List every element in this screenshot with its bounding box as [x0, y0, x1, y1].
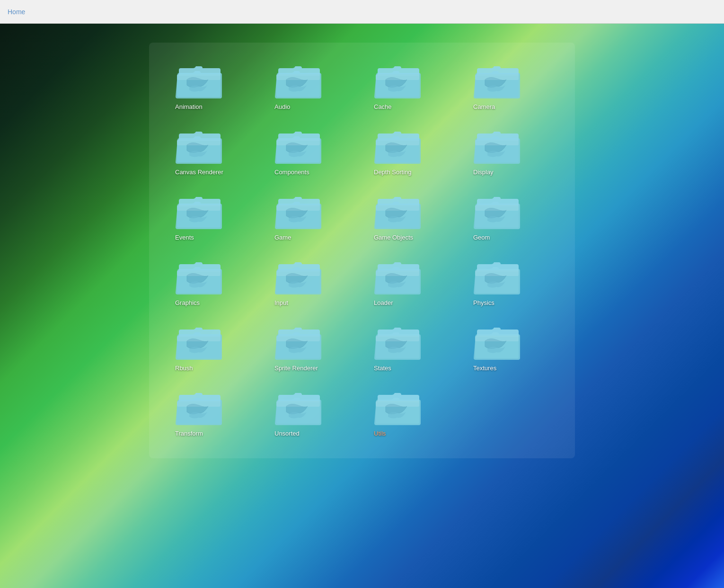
folder-grid-container: AnimationAudioCacheCameraCanvas Renderer…	[149, 43, 575, 458]
folder-label-camera: Camera	[473, 103, 495, 110]
folder-label-events: Events	[175, 234, 194, 241]
svg-rect-31	[475, 270, 519, 276]
folder-icon-game-objects	[374, 192, 421, 230]
svg-rect-9	[177, 140, 221, 145]
folder-item-states[interactable]: States	[367, 318, 457, 379]
folder-icon-audio	[274, 62, 322, 99]
folder-label-input: Input	[274, 299, 288, 306]
folder-icon-animation	[175, 62, 222, 99]
svg-rect-5	[376, 74, 419, 80]
folder-icon-utils	[374, 388, 421, 426]
folder-item-input[interactable]: Input	[267, 253, 357, 313]
folder-icon-cache	[374, 62, 421, 99]
svg-rect-43	[276, 401, 320, 407]
svg-rect-7	[475, 74, 519, 80]
folder-item-rbush[interactable]: Rbush	[168, 318, 258, 379]
folder-label-geom: Geom	[473, 234, 490, 241]
svg-rect-23	[475, 205, 519, 211]
folder-grid: AnimationAudioCacheCameraCanvas Renderer…	[168, 57, 556, 444]
svg-rect-17	[177, 205, 221, 211]
folder-icon-canvas-renderer	[175, 127, 222, 165]
folder-icon-rbush	[175, 323, 222, 361]
svg-rect-11	[276, 140, 320, 145]
folder-item-depth-sorting[interactable]: Depth Sorting	[367, 122, 457, 183]
folder-label-cache: Cache	[374, 103, 392, 110]
folder-label-loader: Loader	[374, 299, 393, 306]
svg-rect-35	[276, 336, 320, 341]
folder-label-graphics: Graphics	[175, 299, 200, 306]
folder-item-utils[interactable]: Utils	[367, 383, 457, 444]
folder-icon-components	[274, 127, 322, 165]
folder-label-transform: Transform	[175, 430, 203, 437]
folder-icon-game	[274, 192, 322, 230]
folder-item-textures[interactable]: Textures	[466, 318, 556, 379]
folder-icon-camera	[473, 62, 521, 99]
folder-icon-depth-sorting	[374, 127, 421, 165]
folder-icon-graphics	[175, 258, 222, 295]
svg-rect-19	[276, 205, 320, 211]
svg-rect-37	[376, 336, 419, 341]
folder-icon-physics	[473, 258, 521, 295]
folder-item-canvas-renderer[interactable]: Canvas Renderer	[168, 122, 258, 183]
folder-icon-loader	[374, 258, 421, 295]
folder-item-transform[interactable]: Transform	[168, 383, 258, 444]
folder-label-unsorted: Unsorted	[274, 430, 300, 437]
folder-icon-textures	[473, 323, 521, 361]
folder-label-rbush: Rbush	[175, 365, 193, 372]
svg-rect-41	[177, 401, 221, 407]
titlebar: Home	[0, 0, 724, 24]
svg-rect-13	[376, 140, 419, 145]
folder-item-camera[interactable]: Camera	[466, 57, 556, 117]
folder-label-animation: Animation	[175, 103, 203, 110]
folder-label-display: Display	[473, 169, 494, 176]
folder-label-sprite-renderer: Sprite Renderer	[274, 365, 318, 372]
folder-item-cache[interactable]: Cache	[367, 57, 457, 117]
folder-item-events[interactable]: Events	[168, 187, 258, 248]
folder-icon-states	[374, 323, 421, 361]
folder-icon-sprite-renderer	[274, 323, 322, 361]
folder-item-loader[interactable]: Loader	[367, 253, 457, 313]
folder-label-canvas-renderer: Canvas Renderer	[175, 169, 223, 176]
folder-icon-transform	[175, 388, 222, 426]
svg-rect-39	[475, 336, 519, 341]
folder-icon-geom	[473, 192, 521, 230]
folder-item-audio[interactable]: Audio	[267, 57, 357, 117]
folder-label-textures: Textures	[473, 365, 496, 372]
svg-rect-25	[177, 270, 221, 276]
folder-label-states: States	[374, 365, 391, 372]
home-link[interactable]: Home	[8, 8, 25, 16]
folder-item-geom[interactable]: Geom	[466, 187, 556, 248]
folder-item-game[interactable]: Game	[267, 187, 357, 248]
svg-rect-21	[376, 205, 419, 211]
svg-rect-1	[177, 74, 221, 80]
folder-icon-unsorted	[274, 388, 322, 426]
svg-rect-15	[475, 140, 519, 145]
folder-icon-input	[274, 258, 322, 295]
folder-item-unsorted[interactable]: Unsorted	[267, 383, 357, 444]
folder-label-utils: Utils	[374, 430, 386, 437]
folder-label-components: Components	[274, 169, 309, 176]
svg-rect-45	[376, 401, 419, 407]
svg-rect-33	[177, 336, 221, 341]
svg-rect-29	[376, 270, 419, 276]
folder-icon-events	[175, 192, 222, 230]
folder-item-animation[interactable]: Animation	[168, 57, 258, 117]
folder-label-game-objects: Game Objects	[374, 234, 413, 241]
main-area: AnimationAudioCacheCameraCanvas Renderer…	[0, 24, 724, 588]
folder-label-physics: Physics	[473, 299, 494, 306]
folder-label-game: Game	[274, 234, 291, 241]
folder-item-components[interactable]: Components	[267, 122, 357, 183]
folder-item-display[interactable]: Display	[466, 122, 556, 183]
folder-label-depth-sorting: Depth Sorting	[374, 169, 412, 176]
folder-item-game-objects[interactable]: Game Objects	[367, 187, 457, 248]
folder-item-graphics[interactable]: Graphics	[168, 253, 258, 313]
folder-icon-display	[473, 127, 521, 165]
folder-item-physics[interactable]: Physics	[466, 253, 556, 313]
folder-label-audio: Audio	[274, 103, 290, 110]
folder-item-sprite-renderer[interactable]: Sprite Renderer	[267, 318, 357, 379]
svg-rect-3	[276, 74, 320, 80]
svg-rect-27	[276, 270, 320, 276]
